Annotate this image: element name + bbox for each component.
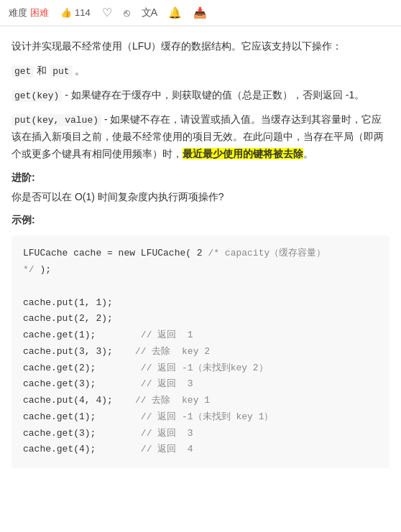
share-button[interactable]: ⎋ xyxy=(124,6,130,19)
code-line-8: cache.get(2); // 返回 -1（未找到key 2） xyxy=(23,363,268,373)
problem-content: 设计并实现最不经常使用（LFU）缓存的数据结构。它应该支持以下操作： get 和… xyxy=(0,27,401,482)
bell-icon: 🔔 xyxy=(168,6,182,19)
highlight-lru-text: 最近最少使用的键将被去除 xyxy=(183,148,303,159)
get-description: get(key) - 如果键存在于缓存中，则获取键的值（总是正数），否则返回 -… xyxy=(11,87,390,104)
inbox-button[interactable]: 📥 xyxy=(193,6,207,19)
star-icon: ♡ xyxy=(102,6,112,19)
code-line-10: cache.put(4, 4); // 去除 key 1 xyxy=(23,395,210,406)
example-title: 示例: xyxy=(11,214,390,227)
code-line-4: cache.put(1, 1); xyxy=(23,297,113,308)
get-keyword: get xyxy=(11,65,34,78)
code-line-1: LFUCache cache = new LFUCache( 2 /* capa… xyxy=(23,248,326,258)
advanced-title: 进阶: xyxy=(11,172,390,185)
code-line-13: cache.get(4); // 返回 4 xyxy=(23,444,193,454)
code-line-9: cache.get(3); // 返回 3 xyxy=(23,378,193,389)
bell-button[interactable]: 🔔 xyxy=(168,6,182,19)
code-line-12: cache.get(3); // 返回 3 xyxy=(23,428,193,439)
difficulty-section: 难度 困难 xyxy=(9,6,49,19)
star-button[interactable]: ♡ xyxy=(102,6,112,19)
code-example: LFUCache cache = new LFUCache( 2 /* capa… xyxy=(11,235,390,468)
problem-description: 设计并实现最不经常使用（LFU）缓存的数据结构。它应该支持以下操作： get 和… xyxy=(11,38,390,163)
translate-icon: 文A xyxy=(142,6,157,19)
put-signature: put(key, value) xyxy=(11,114,101,126)
put-keyword: put xyxy=(50,65,72,78)
difficulty-label: 难度 xyxy=(9,6,27,19)
put-description: put(key, value) - 如果键不存在，请设置或插入值。当缓存达到其容… xyxy=(11,111,390,163)
inbox-icon: 📥 xyxy=(193,6,207,19)
advanced-desc: 你是否可以在 O(1) 时间复杂度内执行两项操作? xyxy=(11,189,390,206)
like-icon: 👍 xyxy=(60,7,72,18)
share-icon: ⎋ xyxy=(124,6,130,19)
code-line-2: */ ); xyxy=(23,264,51,275)
code-line-6: cache.get(1); // 返回 1 xyxy=(23,330,193,340)
code-line-7: cache.put(3, 3); // 去除 key 2 xyxy=(23,346,210,357)
code-line-5: cache.put(2, 2); xyxy=(23,313,113,324)
get-signature: get(key) xyxy=(11,90,62,102)
code-line-11: cache.get(1); // 返回 -1（未找到 key 1） xyxy=(23,411,273,422)
toolbar: 难度 困难 👍 114 ♡ ⎋ 文A 🔔 📥 xyxy=(0,0,401,26)
difficulty-badge[interactable]: 困难 xyxy=(30,6,49,19)
like-button[interactable]: 👍 114 xyxy=(60,7,91,18)
intro-text: 设计并实现最不经常使用（LFU）缓存的数据结构。它应该支持以下操作： xyxy=(11,38,390,55)
ops-text: get 和 put 。 xyxy=(11,62,390,80)
translate-button[interactable]: 文A xyxy=(142,6,157,19)
like-count: 114 xyxy=(75,7,91,18)
